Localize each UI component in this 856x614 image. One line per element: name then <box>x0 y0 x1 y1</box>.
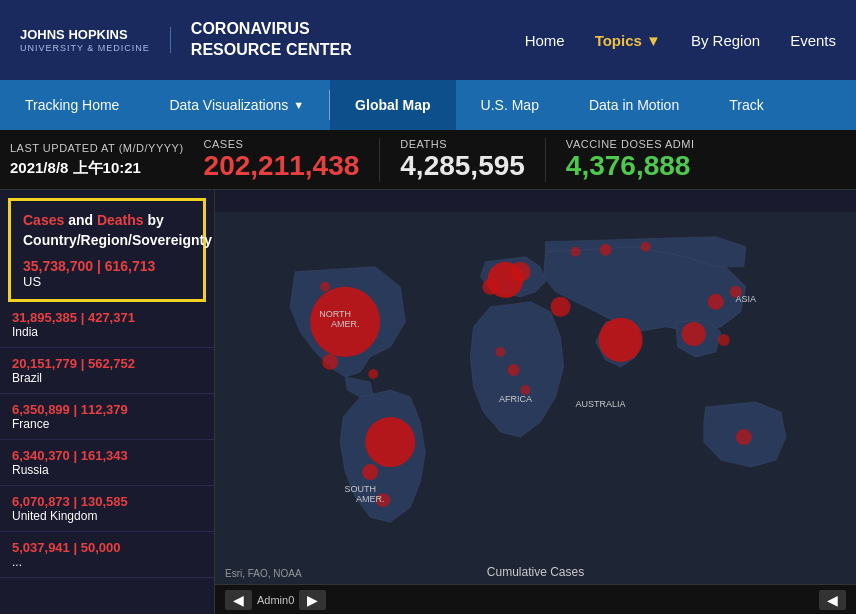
list-item[interactable]: 6,350,899 | 112,379 France <box>0 394 214 440</box>
vaccine-section: Vaccine Doses Admi 4,376,888 <box>546 138 715 182</box>
svg-point-5 <box>510 262 530 282</box>
svg-text:NORTH: NORTH <box>319 309 351 319</box>
list-item[interactable]: 5,037,941 | 50,000 ... <box>0 532 214 578</box>
svg-point-18 <box>368 369 378 379</box>
russia-country: Russia <box>12 463 202 477</box>
svg-point-13 <box>641 242 651 252</box>
sidebar-header: Cases and Deaths by Country/Region/Sover… <box>8 198 206 302</box>
svg-point-17 <box>495 347 505 357</box>
cases-value: 202,211,438 <box>204 150 360 182</box>
country-sidebar: Cases and Deaths by Country/Region/Sover… <box>0 190 215 614</box>
svg-text:AMER.: AMER. <box>356 494 385 504</box>
nav-us-map[interactable]: U.S. Map <box>456 80 564 130</box>
main-content: Cases and Deaths by Country/Region/Sover… <box>0 190 856 614</box>
nav-global-map[interactable]: Global Map <box>330 80 455 130</box>
data-viz-chevron-icon: ▼ <box>293 99 304 111</box>
list-item[interactable]: 20,151,779 | 562,752 Brazil <box>0 348 214 394</box>
other-country: ... <box>12 555 202 569</box>
vaccine-value: 4,376,888 <box>566 150 695 182</box>
deaths-value: 4,285,595 <box>400 150 525 182</box>
nav-by-region[interactable]: By Region <box>691 32 760 49</box>
second-navigation: Tracking Home Data Visualizations ▼ Glob… <box>0 80 856 130</box>
svg-point-14 <box>571 247 581 257</box>
logo-section: JOHNS HOPKINS UNIVERSITY & MEDICINE <box>20 27 171 54</box>
timestamp-label: Last Updated at (M/D/YYYY) <box>10 141 184 156</box>
top-nav-links: Home Topics ▼ By Region Events <box>525 32 836 49</box>
list-item[interactable]: 6,340,370 | 161,343 Russia <box>0 440 214 486</box>
cases-section: Cases 202,211,438 <box>184 138 381 182</box>
svg-point-3 <box>362 464 378 480</box>
cases-label: Cases <box>204 138 360 150</box>
nav-data-visualizations[interactable]: Data Visualizations ▼ <box>144 80 329 130</box>
uk-country: United Kingdom <box>12 509 202 523</box>
top-navigation: JOHNS HOPKINS UNIVERSITY & MEDICINE CORO… <box>0 0 856 80</box>
svg-text:AMER.: AMER. <box>331 319 360 329</box>
deaths-label: Deaths <box>400 138 525 150</box>
svg-text:AUSTRALIA: AUSTRALIA <box>576 399 626 409</box>
resource-center-title: CORONAVIRUS RESOURCE CENTER <box>191 19 352 61</box>
cases-header-text: Cases <box>23 212 64 228</box>
topics-chevron-icon: ▼ <box>646 32 661 49</box>
bottom-bar: ◀ Admin0 ▶ ◀ <box>215 584 856 614</box>
nav-home[interactable]: Home <box>525 32 565 49</box>
deaths-section: Deaths 4,285,595 <box>380 138 546 182</box>
svg-point-2 <box>365 417 415 467</box>
svg-point-23 <box>736 429 752 445</box>
map-prev-button[interactable]: ◀ <box>819 590 846 610</box>
us-stats: 35,738,700 | 616,713 <box>23 258 191 274</box>
svg-text:SOUTH: SOUTH <box>344 484 376 494</box>
university-sub: UNIVERSITY & MEDICINE <box>20 43 150 53</box>
brazil-country: Brazil <box>12 371 202 385</box>
svg-point-6 <box>482 279 498 295</box>
svg-point-20 <box>322 354 338 370</box>
university-name: JOHNS HOPKINS <box>20 27 150 44</box>
france-country: France <box>12 417 202 431</box>
nav-tracking-home[interactable]: Tracking Home <box>0 80 144 130</box>
svg-text:ASIA: ASIA <box>736 294 757 304</box>
stats-bar: Last Updated at (M/D/YYYY) 2021/8/8 上午10… <box>0 130 856 190</box>
map-area: SOUTH AMER. NORTH AMER. AFRICA ASIA AUST… <box>215 190 856 614</box>
world-map-svg: SOUTH AMER. NORTH AMER. AFRICA ASIA AUST… <box>215 190 856 614</box>
svg-point-10 <box>708 294 724 310</box>
nav-events[interactable]: Events <box>790 32 836 49</box>
svg-point-19 <box>320 282 330 292</box>
prev-admin-button[interactable]: ◀ <box>225 590 252 610</box>
deaths-header-text: Deaths <box>97 212 144 228</box>
cumulative-label: Cumulative Cases <box>215 565 856 579</box>
sidebar-header-title: Cases and Deaths by Country/Region/Sover… <box>23 211 191 250</box>
india-country: India <box>12 325 202 339</box>
list-item[interactable]: 31,895,385 | 427,371 India <box>0 302 214 348</box>
admin-label: Admin0 <box>257 594 294 606</box>
svg-point-8 <box>551 297 571 317</box>
vaccine-label: Vaccine Doses Admi <box>566 138 695 150</box>
list-item[interactable]: 6,070,873 | 130,585 United Kingdom <box>0 486 214 532</box>
svg-point-22 <box>718 334 730 346</box>
us-country: US <box>23 274 191 289</box>
russia-stats: 6,340,370 | 161,343 <box>12 448 202 463</box>
india-stats: 31,895,385 | 427,371 <box>12 310 202 325</box>
nav-topics[interactable]: Topics ▼ <box>595 32 661 49</box>
other-stats: 5,037,941 | 50,000 <box>12 540 202 555</box>
svg-point-7 <box>599 318 643 362</box>
svg-point-9 <box>682 322 706 346</box>
next-admin-button[interactable]: ▶ <box>299 590 326 610</box>
uk-stats: 6,070,873 | 130,585 <box>12 494 202 509</box>
brazil-stats: 20,151,779 | 562,752 <box>12 356 202 371</box>
timestamp-value: 2021/8/8 上午10:21 <box>10 157 184 178</box>
timestamp-section: Last Updated at (M/D/YYYY) 2021/8/8 上午10… <box>10 141 184 177</box>
svg-point-12 <box>600 244 612 256</box>
svg-point-15 <box>507 364 519 376</box>
svg-text:AFRICA: AFRICA <box>499 394 532 404</box>
nav-track[interactable]: Track <box>704 80 788 130</box>
nav-data-in-motion[interactable]: Data in Motion <box>564 80 704 130</box>
france-stats: 6,350,899 | 112,379 <box>12 402 202 417</box>
